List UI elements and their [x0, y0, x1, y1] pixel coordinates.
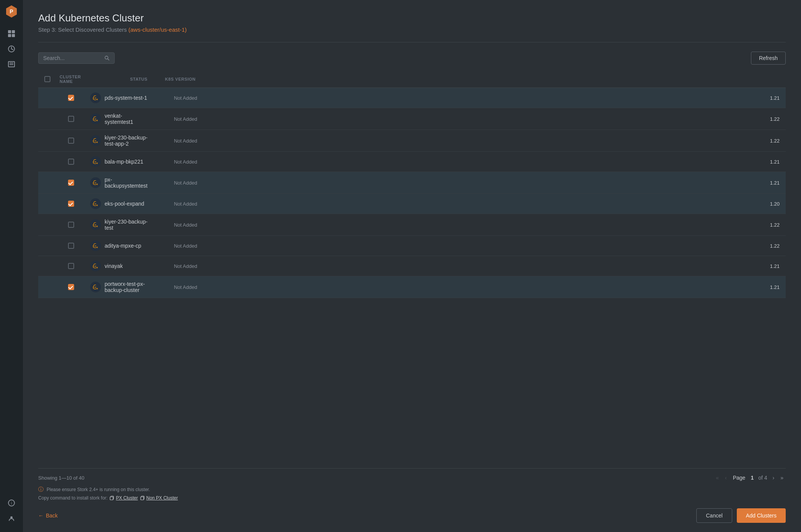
svg-rect-5	[12, 34, 15, 37]
row-checkbox[interactable]	[68, 180, 74, 186]
row-checkbox[interactable]	[68, 95, 74, 101]
k8s-version-header: K8S VERSION	[152, 71, 202, 88]
refresh-button[interactable]: Refresh	[751, 52, 786, 65]
sidebar-item-backup[interactable]	[5, 58, 18, 70]
table-row: a venkat-systemtest1 Not Added1.22	[38, 108, 786, 130]
aws-provider-icon: a	[90, 135, 101, 146]
svg-text:P: P	[10, 8, 13, 15]
last-page-button[interactable]: »	[778, 474, 786, 482]
row-name-cell: a bala-mp-bkp221	[86, 152, 152, 172]
search-input[interactable]	[43, 55, 101, 61]
arrow-cell	[38, 236, 55, 256]
row-version-cell: 1.22	[202, 108, 786, 130]
svg-text:a: a	[95, 244, 96, 247]
row-check-cell	[55, 276, 86, 298]
svg-rect-25	[110, 497, 113, 500]
info-row: ⓘ Please ensure Stork 2.4+ is running on…	[38, 486, 786, 493]
svg-text:a: a	[95, 202, 96, 205]
sidebar-item-info[interactable]: i	[5, 497, 18, 509]
row-checkbox[interactable]	[68, 159, 74, 165]
sidebar-item-user[interactable]	[5, 512, 18, 524]
svg-line-14	[108, 59, 109, 60]
toolbar: Refresh	[38, 52, 786, 65]
bottom-actions: ← Back Cancel Add Clusters	[38, 508, 786, 523]
of-label: of 4	[758, 475, 767, 481]
row-status-cell: Not Added	[152, 236, 202, 256]
row-checkbox[interactable]	[68, 201, 74, 207]
first-page-button[interactable]: «	[713, 474, 721, 482]
row-checkbox[interactable]	[68, 284, 74, 290]
table-row: ➜ a eks-pool-expand Not Added1.20	[38, 194, 786, 214]
amazon-logo: a	[92, 158, 99, 165]
cancel-button[interactable]: Cancel	[696, 508, 732, 523]
row-name-cell: a kiyer-230-backup-test	[86, 214, 152, 236]
row-version-cell: 1.21	[202, 152, 786, 172]
table-row: a vinayak Not Added1.21	[38, 256, 786, 276]
table-footer: Showing 1—10 of 40 « ‹ Page 1 of 4 › » ⓘ…	[38, 468, 786, 501]
cluster-name: bala-mp-bkp221	[105, 159, 143, 165]
svg-text:a: a	[95, 117, 96, 120]
amazon-logo: a	[92, 115, 99, 122]
amazon-logo: a	[92, 242, 99, 249]
select-all-header[interactable]	[38, 71, 55, 88]
next-page-button[interactable]: ›	[770, 474, 777, 482]
cluster-name: aditya-mpxe-cp	[105, 243, 141, 249]
select-all-checkbox[interactable]	[44, 76, 50, 82]
svg-text:a: a	[95, 139, 96, 142]
row-checkbox[interactable]	[68, 138, 74, 144]
row-status-cell: Not Added	[152, 214, 202, 236]
non-px-cluster-link[interactable]: Non PX Cluster	[140, 495, 178, 501]
row-check-cell	[55, 172, 86, 194]
info-icon: ⓘ	[38, 486, 44, 493]
aws-provider-icon: a	[90, 261, 101, 271]
svg-text:a: a	[95, 285, 96, 288]
cluster-name-header: CLUSTER NAME	[55, 71, 86, 88]
row-status-cell: Not Added	[152, 256, 202, 276]
table-header-row: CLUSTER NAME STATUS K8S VERSION	[38, 71, 786, 88]
px-cluster-link[interactable]: PX Cluster	[110, 495, 138, 501]
pagination-row: Showing 1—10 of 40 « ‹ Page 1 of 4 › »	[38, 474, 786, 482]
table-row: a kiyer-230-backup-test-app-2 Not Added1…	[38, 130, 786, 152]
cluster-name: vinayak	[105, 263, 123, 269]
add-clusters-button[interactable]: Add Clusters	[737, 508, 786, 523]
amazon-logo: a	[92, 137, 99, 144]
sidebar-item-monitoring[interactable]	[5, 43, 18, 55]
svg-rect-8	[10, 63, 13, 63]
row-status-cell: Not Added	[152, 152, 202, 172]
aws-provider-icon: a	[90, 219, 101, 230]
table-row: ➜ a pds-system-test-1 Not Added1.21	[38, 88, 786, 108]
row-checkbox[interactable]	[68, 263, 74, 269]
row-checkbox[interactable]	[68, 116, 74, 122]
sidebar-item-dashboard[interactable]	[5, 28, 18, 40]
cluster-table-body: ➜ a pds-system-test-1 Not Added1.21	[38, 88, 786, 298]
svg-text:a: a	[95, 223, 96, 226]
prev-page-button[interactable]: ‹	[723, 474, 729, 482]
row-name-cell: a px-backupsystemtest	[86, 172, 152, 194]
cluster-table: CLUSTER NAME STATUS K8S VERSION ➜ a	[38, 71, 786, 298]
row-name-cell: a pds-system-test-1	[86, 88, 152, 108]
showing-text: Showing 1—10 of 40	[38, 475, 84, 481]
row-version-cell: 1.22	[202, 130, 786, 152]
row-version-cell: 1.22	[202, 214, 786, 236]
arrow-cell	[38, 130, 55, 152]
sidebar: P i	[0, 0, 23, 532]
cluster-name: px-backupsystemtest	[105, 177, 148, 189]
table-row: a aditya-mpxe-cp Not Added1.22	[38, 236, 786, 256]
cluster-name: kiyer-230-backup-test	[105, 219, 148, 231]
row-checkbox[interactable]	[68, 222, 74, 228]
status-header: STATUS	[86, 71, 152, 88]
back-button[interactable]: ← Back	[38, 513, 58, 519]
row-name-cell: a aditya-mpxe-cp	[86, 236, 152, 256]
svg-text:i: i	[11, 501, 12, 505]
row-check-cell	[55, 152, 86, 172]
copy-icon-nonpx	[140, 496, 145, 500]
row-checkbox[interactable]	[68, 243, 74, 249]
row-version-cell: 1.21	[202, 88, 786, 108]
svg-rect-3	[12, 30, 15, 33]
search-box[interactable]	[38, 52, 115, 64]
table-row: ➜ a portworx-test-px-backup-cluster Not …	[38, 276, 786, 298]
arrow-cell: ➜	[38, 172, 55, 194]
arrow-cell: ➜	[38, 88, 55, 108]
row-name-cell: a portworx-test-px-backup-cluster	[86, 276, 152, 298]
cluster-name: kiyer-230-backup-test-app-2	[105, 135, 148, 147]
